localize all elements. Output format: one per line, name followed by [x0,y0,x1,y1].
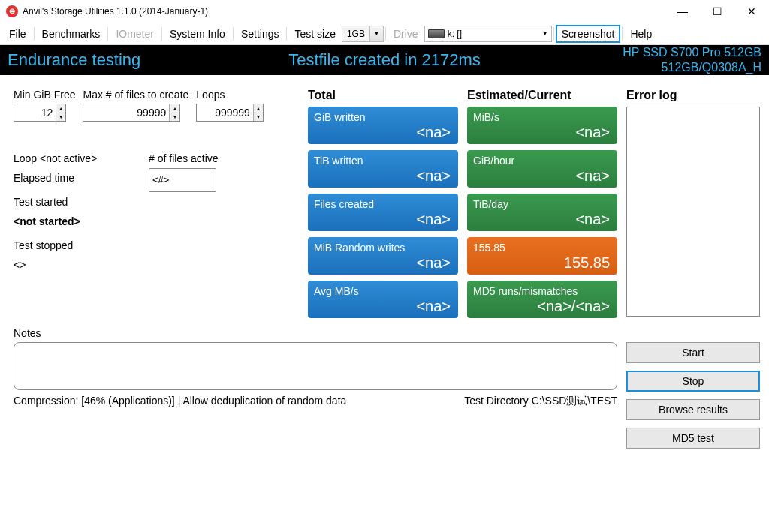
menu-help[interactable]: Help [624,25,658,43]
chevron-down-icon[interactable]: ▼ [542,30,548,37]
started-label: Test started [14,192,299,212]
drive-icon [428,29,445,38]
menu-iometer: IOmeter [110,25,160,43]
loops-spinner[interactable]: ▲▼ [196,104,264,122]
action-buttons: Start Stop Browse results MD5 test [626,342,760,456]
close-button[interactable]: ✕ [734,0,769,23]
filesactive-value: <#> [149,168,216,192]
tile-mib-random: MiB Random writes<na> [308,237,458,275]
stop-button[interactable]: Stop [626,371,760,392]
menu-benchmarks[interactable]: Benchmarks [36,25,107,43]
maxfiles-spinner[interactable]: ▲▼ [83,104,180,122]
testsize-combo[interactable]: 1GB ▼ [342,26,384,42]
menu-testsize: Test size [288,25,341,43]
notes-panel: Notes Compression: [46% (Applications)] … [14,327,617,456]
banner-title: Endurance testing [8,52,140,68]
testsize-value: 1GB [342,29,369,39]
spin-up-icon[interactable]: ▲ [170,104,179,113]
mingib-label: Min GiB Free [14,89,75,101]
spin-up-icon[interactable]: ▲ [254,104,263,113]
chevron-down-icon[interactable]: ▼ [369,26,383,41]
errorlog-box[interactable] [626,107,760,317]
loops-input[interactable] [197,104,253,121]
app-icon: ⊜ [6,5,18,17]
drive-combo[interactable]: k: [] ▼ [424,26,552,42]
window-titlebar: ⊜ Anvil's Storage Utilities 1.1.0 (2014-… [0,0,769,23]
loops-label: Loops [196,89,264,101]
tile-avg-mbs: Avg MB/s<na> [308,281,458,318]
total-header: Total [308,89,458,102]
menubar: File Benchmarks IOmeter System Info Sett… [0,23,769,45]
compression-info: Compression: [46% (Applications)] | Allo… [14,395,346,408]
device-name: HP SSD S700 Pro 512GB [623,45,761,60]
settings-panel: Min GiB Free ▲▼ Max # of files to create… [14,89,299,324]
tile-files-created: Files created<na> [308,194,458,231]
drive-value: k: [] [448,29,462,39]
minimize-button[interactable]: — [665,0,700,23]
errorlog-panel: Error log [626,89,760,324]
mingib-input[interactable] [14,104,56,121]
notes-box[interactable] [14,342,617,390]
maximize-button[interactable]: ☐ [700,0,734,23]
browse-results-button[interactable]: Browse results [626,399,760,420]
maxfiles-label: Max # of files to create [83,89,188,101]
tile-tib-written: TiB written<na> [308,150,458,188]
menu-screenshot[interactable]: Screenshot [556,25,621,43]
window-title: Anvil's Storage Utilities 1.1.0 (2014-Ja… [23,6,665,17]
tile-gib-written: GiB written<na> [308,107,458,144]
started-value: <not started> [14,212,299,231]
banner: Endurance testing Testfile created in 21… [0,45,769,75]
menu-settings[interactable]: Settings [235,25,285,43]
device-info: 512GB/Q0308A_H [623,60,761,75]
tile-gibhour: GiB/hour<na> [467,150,617,188]
tile-tibday: TiB/day<na> [467,194,617,231]
elapsed-label: Elapsed time [14,168,149,192]
estimated-header: Estimated/Current [467,89,617,102]
estimated-column: Estimated/Current MiB/s<na> GiB/hour<na>… [467,89,617,324]
spin-down-icon[interactable]: ▼ [56,113,65,122]
total-column: Total GiB written<na> TiB written<na> Fi… [308,89,458,324]
menu-drive: Drive [388,25,424,43]
banner-device: HP SSD S700 Pro 512GB 512GB/Q0308A_H [623,45,761,75]
menu-file[interactable]: File [3,25,32,43]
stopped-value: <> [14,255,299,275]
menu-systeminfo[interactable]: System Info [164,25,231,43]
tile-md5: MD5 runs/mismatches<na>/<na> [467,281,617,318]
tile-current: 155.85155.85 [467,237,617,275]
loop-status: Loop <not active> [14,149,149,168]
maxfiles-input[interactable] [83,104,169,121]
filesactive-label: # of files active [149,149,219,168]
banner-message: Testfile created in 2172ms [288,52,481,68]
errorlog-header: Error log [626,89,760,102]
mingib-spinner[interactable]: ▲▼ [14,104,66,122]
tile-mibs: MiB/s<na> [467,107,617,144]
spin-up-icon[interactable]: ▲ [56,104,65,113]
md5-test-button[interactable]: MD5 test [626,428,760,449]
stopped-label: Test stopped [14,236,299,255]
window-buttons: — ☐ ✕ [665,0,769,23]
spin-down-icon[interactable]: ▼ [254,113,263,122]
notes-label: Notes [14,327,617,339]
spin-down-icon[interactable]: ▼ [170,113,179,122]
testdir-info: Test Directory C:\SSD测试\TEST [464,395,617,408]
start-button[interactable]: Start [626,342,760,363]
